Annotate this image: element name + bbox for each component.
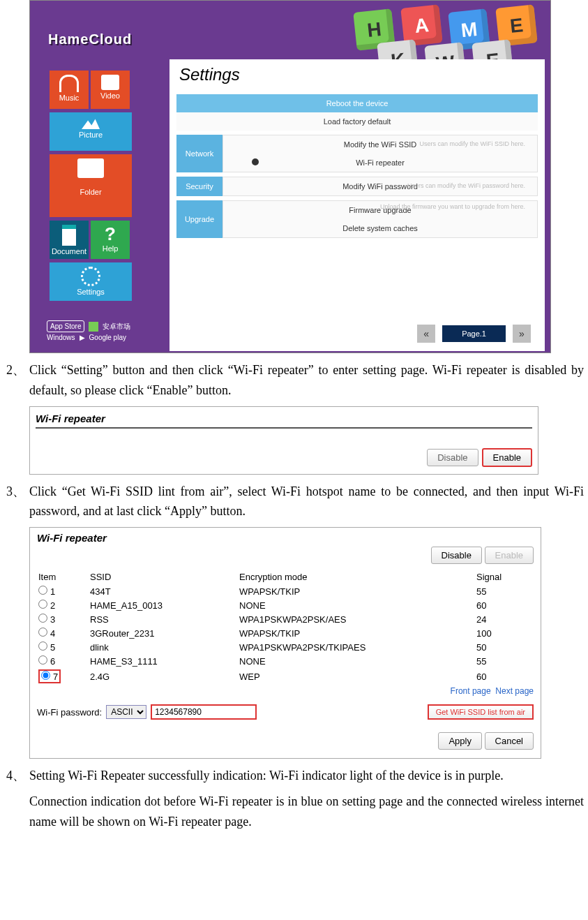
enable-button[interactable]: Enable [485, 547, 534, 564]
step-number: 2、 [4, 360, 29, 401]
cell-item: 5 [37, 640, 89, 654]
table-row[interactable]: 1434TWPAPSK/TKIP55 [37, 584, 534, 598]
ssid-radio[interactable] [38, 628, 47, 637]
windows-badge[interactable]: Windows [47, 334, 75, 341]
disable-button[interactable]: Disable [431, 547, 482, 564]
reboot-button[interactable]: Reboot the device [176, 94, 538, 112]
table-row[interactable]: 5dlinkWPA1PSKWPA2PSK/TKIPAES50 [37, 640, 534, 654]
pw-desc: Users can modify the WiFi password here. [407, 182, 525, 189]
hamecloud-screenshot: HameCloud H A M E K W E Music Video Pict… [29, 0, 551, 353]
col-ssid: SSID [89, 570, 238, 584]
tile-label: Video [100, 91, 120, 100]
cell-ssid: HAME_S3_1111 [89, 654, 238, 668]
disable-button[interactable]: Disable [427, 449, 478, 466]
ssid-radio[interactable] [38, 655, 47, 665]
encoding-select[interactable]: ASCII [106, 705, 146, 719]
step-number: 4、 [4, 766, 29, 786]
tile-label: Help [103, 244, 119, 253]
security-tab[interactable]: Security [176, 177, 223, 196]
ssid-radio[interactable] [41, 671, 50, 680]
table-row[interactable]: 2HAME_A15_0013NONE60 [37, 598, 534, 612]
appstore-badge[interactable]: App Store [47, 320, 84, 332]
tile-music[interactable]: Music [50, 71, 89, 109]
pager: « Page.1 » [417, 325, 531, 343]
front-page-link[interactable]: Front page [451, 686, 491, 696]
logo-text: HameCloud [48, 31, 132, 47]
settings-panel: Settings Reboot the device Load factory … [169, 59, 545, 351]
ssid-radio[interactable] [38, 600, 47, 609]
wifi-repeater-button[interactable]: Wi-Fi repeater [223, 154, 537, 172]
next-page-button[interactable]: » [513, 325, 531, 343]
tile-label: Music [59, 94, 80, 102]
status-dot-icon [252, 158, 259, 165]
step-text: Click “Get Wi-Fi SSID lint from air”, se… [29, 482, 584, 522]
col-item: Item [37, 570, 89, 584]
cell-signal: 50 [475, 640, 534, 654]
connection-note: Connection indication dot before Wi-Fi r… [29, 792, 584, 832]
table-row[interactable]: 3RSSWPA1PSKWPA2PSK/AES24 [37, 612, 534, 626]
tile-picture[interactable]: Picture [50, 112, 132, 151]
apply-button[interactable]: Apply [438, 732, 482, 750]
col-enc: Encryption mode [238, 570, 475, 584]
tile-video[interactable]: Video [91, 71, 130, 109]
cell-item: 1 [37, 584, 89, 598]
headphone-icon [59, 75, 79, 92]
cell-ssid: dlink [89, 640, 238, 654]
cell-signal: 60 [475, 598, 534, 612]
cell-ssid: 434T [89, 584, 238, 598]
ssid-desc: Users can modify the WiFi SSID here. [419, 140, 525, 147]
factory-default-button[interactable]: Load factory default [176, 112, 538, 131]
table-row[interactable]: 72.4GWEP60 [37, 668, 534, 685]
googleplay-badge[interactable]: Google play [89, 334, 126, 341]
cell-item: 6 [37, 654, 89, 668]
cell-signal: 24 [475, 612, 534, 626]
cell-item: 3 [37, 612, 89, 626]
panel-title: Wi-Fi repeater [36, 413, 532, 429]
tile-label: Picture [79, 131, 103, 139]
step-text: Click “Setting” button and then click “W… [29, 360, 584, 401]
step-text: Setting Wi-Fi Repeater successfully indi… [29, 766, 504, 786]
gear-icon [81, 267, 100, 286]
upgrade-tab[interactable]: Upgrade [176, 200, 223, 238]
ssid-radio[interactable] [38, 614, 47, 623]
step-4: 4、 Setting Wi-Fi Repeater successfully i… [4, 766, 584, 786]
cancel-button[interactable]: Cancel [485, 732, 534, 750]
panel-title: Wi-Fi repeater [37, 532, 534, 544]
step-number: 3、 [4, 482, 29, 522]
picture-icon [82, 117, 100, 129]
delete-cache-button[interactable]: Delete system caches [223, 219, 537, 237]
cell-enc: WEP [238, 668, 475, 685]
tile-document[interactable]: Document [50, 221, 89, 259]
tile-label: Settings [77, 288, 105, 296]
cell-item: 4 [37, 626, 89, 640]
tile-settings[interactable]: Settings [50, 262, 132, 301]
ssid-radio[interactable] [38, 641, 47, 651]
wifi-repeater-list-shot: Wi-Fi repeater Disable Enable Item SSID … [29, 527, 541, 759]
anzhuo-label[interactable]: 安卓市场 [103, 322, 130, 332]
table-row[interactable]: 43GRouter_2231WPAPSK/TKIP100 [37, 626, 534, 640]
cell-ssid: 3GRouter_2231 [89, 626, 238, 640]
tile-label: Folder [80, 188, 101, 196]
panel-title: Settings [169, 59, 545, 90]
step-3: 3、 Click “Get Wi-Fi SSID lint from air”,… [4, 482, 584, 522]
cell-enc: WPA1PSKWPA2PSK/TKIPAES [238, 640, 475, 654]
wifi-password-input[interactable] [151, 704, 257, 720]
cell-signal: 100 [475, 626, 534, 640]
app-tiles: Music Video Picture Folder Document ?Hel… [50, 69, 168, 303]
document-icon [62, 225, 76, 246]
cell-item: 2 [37, 598, 89, 612]
get-ssid-button[interactable]: Get WiFi SSID list from air [428, 704, 534, 720]
cell-enc: WPAPSK/TKIP [238, 626, 475, 640]
wifi-password-label: Wi-Fi password: [37, 707, 102, 718]
folder-icon [77, 158, 104, 178]
tile-folder[interactable]: Folder [50, 154, 132, 217]
ssid-radio[interactable] [38, 586, 47, 595]
table-row[interactable]: 6HAME_S3_1111NONE55 [37, 654, 534, 668]
enable-button[interactable]: Enable [482, 448, 532, 467]
next-page-link[interactable]: Next page [495, 686, 534, 696]
tile-help[interactable]: ?Help [91, 221, 130, 259]
prev-page-button[interactable]: « [417, 325, 435, 343]
network-tab[interactable]: Network [176, 135, 223, 172]
help-icon: ? [91, 225, 130, 243]
wifi-repeater-enable-shot: Wi-Fi repeater Disable Enable [29, 406, 538, 475]
